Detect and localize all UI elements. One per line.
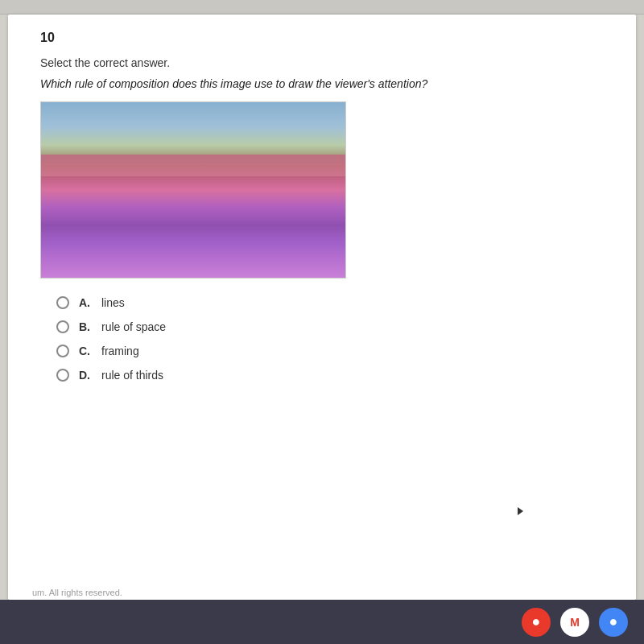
option-c[interactable]: C. framing [56,345,604,357]
option-c-letter: C. [79,345,92,357]
radio-d[interactable] [56,369,69,382]
option-b[interactable]: B. rule of space [56,320,604,333]
question-image [40,101,346,279]
flower-field-image [41,102,345,278]
instruction-text: Select the correct answer. [40,56,604,69]
option-d-letter: D. [79,369,92,382]
option-a-text: lines [101,296,125,309]
radio-b[interactable] [56,320,69,333]
option-d-text: rule of thirds [101,369,163,382]
question-number: 10 [40,31,604,45]
answer-options: A. lines B. rule of space C. framing D. … [40,296,604,382]
taskbar: ● M ● [0,600,644,644]
taskbar-icon-blue[interactable]: ● [599,608,628,637]
radio-a[interactable] [56,296,69,309]
radio-c[interactable] [56,345,69,357]
option-a[interactable]: A. lines [56,296,604,309]
option-a-letter: A. [79,296,92,309]
taskbar-icon-red[interactable]: ● [522,608,551,637]
option-b-letter: B. [79,320,92,333]
option-d[interactable]: D. rule of thirds [56,369,604,382]
question-text: Which rule of composition does this imag… [40,77,604,90]
mouse-cursor [518,507,523,515]
option-c-text: framing [101,345,139,357]
copyright-text: um. All rights reserved. [32,588,122,597]
content-card: 10 Select the correct answer. Which rule… [8,14,636,600]
option-b-text: rule of space [101,320,166,333]
taskbar-icon-gmail[interactable]: M [560,608,589,637]
top-bar [0,0,644,14]
